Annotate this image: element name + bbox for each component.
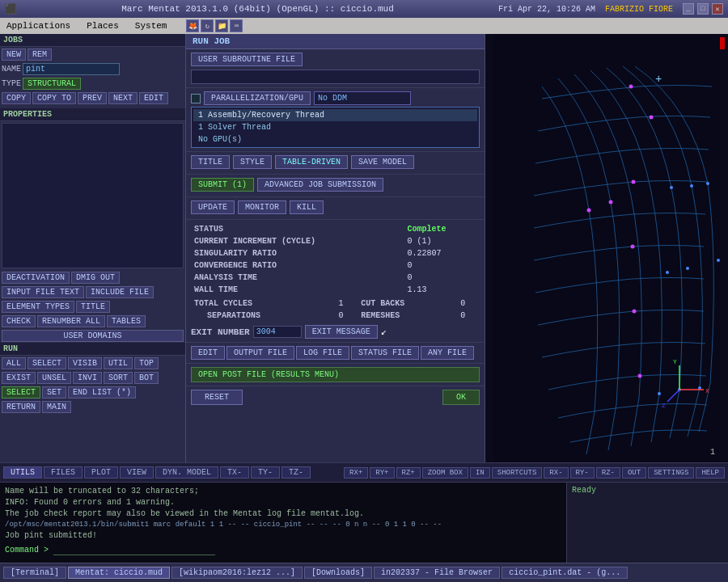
terminal-icon[interactable]: ⌨ bbox=[230, 19, 243, 32]
table-driven-button[interactable]: TABLE-DRIVEN bbox=[275, 155, 348, 169]
update-button[interactable]: UPDATE bbox=[191, 200, 235, 214]
firefox-icon[interactable]: 🦊 bbox=[186, 19, 199, 32]
copy-button[interactable]: COPY bbox=[2, 92, 31, 104]
taskbar-item-0[interactable]: [Terminal] bbox=[3, 567, 66, 579]
parallelization-button[interactable]: PARALLELIZATION/GPU bbox=[204, 91, 311, 105]
deactivation-button[interactable]: DEACTIVATION bbox=[2, 272, 70, 284]
any-file-button[interactable]: ANY FILE bbox=[421, 346, 474, 360]
dmig-out-button[interactable]: DMIG OUT bbox=[71, 272, 120, 284]
name-input[interactable] bbox=[23, 63, 120, 75]
tab-plot[interactable]: PLOT bbox=[84, 466, 118, 479]
tables-button[interactable]: TABLES bbox=[107, 315, 146, 327]
element-types-button[interactable]: ELEMENT TYPES bbox=[2, 301, 74, 313]
set-button[interactable]: SET bbox=[42, 386, 66, 399]
para-checkbox[interactable] bbox=[191, 94, 201, 103]
check-button[interactable]: CHECK bbox=[2, 315, 36, 327]
tab-utils[interactable]: UTILS bbox=[3, 466, 42, 479]
invi-button[interactable]: INVI bbox=[73, 372, 102, 384]
monitor-button[interactable]: MONITOR bbox=[238, 200, 286, 214]
tab-dyn-model[interactable]: DYN. MODEL bbox=[155, 466, 218, 479]
maximize-button[interactable]: □ bbox=[697, 3, 709, 15]
zoom-box-button[interactable]: ZOOM BOX bbox=[422, 467, 468, 479]
tab-tx-minus[interactable]: TX- bbox=[220, 466, 249, 479]
taskbar-item-4[interactable]: in202337 - File Browser bbox=[374, 567, 500, 579]
window-title: Marc Mentat 2013.1.0 (64bit) (OpenGL) ::… bbox=[17, 4, 498, 14]
menu-system[interactable]: System bbox=[132, 20, 171, 32]
submit-button[interactable]: SUBMIT (1) bbox=[191, 178, 254, 192]
rem-button[interactable]: REM bbox=[28, 48, 52, 61]
rz-minus-button[interactable]: RZ- bbox=[596, 467, 620, 479]
taskbar-item-1[interactable]: Mentat: ciccio.mud bbox=[68, 567, 170, 579]
close-button[interactable]: ✕ bbox=[712, 3, 723, 15]
menu-places[interactable]: Places bbox=[83, 20, 122, 32]
unsel-button[interactable]: UNSEL bbox=[37, 372, 71, 384]
shortcuts-button[interactable]: SHORTCUTS bbox=[492, 467, 543, 479]
title-dialog-button[interactable]: TITLE bbox=[191, 155, 230, 169]
main-button[interactable]: MAIN bbox=[42, 401, 71, 413]
convergence-value: 0 bbox=[404, 259, 480, 272]
user-subroutine-button[interactable]: USER SUBROUTINE FILE bbox=[191, 53, 303, 66]
out-button[interactable]: OUT bbox=[622, 467, 646, 479]
reset-button[interactable]: RESET bbox=[191, 390, 243, 405]
visib-button[interactable]: VISIB bbox=[68, 357, 102, 369]
ok-button[interactable]: OK bbox=[442, 390, 480, 405]
menu-applications[interactable]: Applications bbox=[3, 20, 74, 32]
end-list-button[interactable]: END LIST (*) bbox=[68, 386, 136, 399]
util-button[interactable]: UTIL bbox=[104, 357, 133, 369]
folder-icon[interactable]: 📁 bbox=[215, 19, 228, 32]
help-button[interactable]: HELP bbox=[696, 467, 725, 479]
para-option-1[interactable]: 1 Assembly/Recovery Thread bbox=[193, 109, 477, 121]
open-post-file-button[interactable]: OPEN POST FILE (RESULTS MENU) bbox=[191, 367, 480, 382]
status-file-button[interactable]: STATUS FILE bbox=[351, 346, 419, 360]
exit-message-button[interactable]: EXIT MESSAGE bbox=[305, 325, 378, 339]
include-file-button[interactable]: INCLUDE FILE bbox=[86, 286, 154, 298]
parallelization-dropdown[interactable]: No DDM bbox=[314, 91, 411, 105]
top-button[interactable]: TOP bbox=[134, 357, 159, 369]
kill-button[interactable]: KILL bbox=[290, 200, 324, 214]
tab-files[interactable]: FILES bbox=[44, 466, 83, 479]
taskbar-item-2[interactable]: [wikipaom2016:lez12 ...] bbox=[171, 567, 303, 579]
sort-button[interactable]: SORT bbox=[104, 372, 133, 384]
console-input[interactable] bbox=[53, 546, 215, 555]
all-button[interactable]: ALL bbox=[2, 357, 26, 369]
save-model-button[interactable]: SAVE MODEL bbox=[351, 155, 414, 169]
copy-to-button[interactable]: COPY TO bbox=[32, 92, 76, 104]
rz-plus-button[interactable]: RZ+ bbox=[396, 467, 421, 479]
user-subroutine-input[interactable] bbox=[191, 70, 480, 84]
bot-button[interactable]: BOT bbox=[134, 372, 159, 384]
new-button[interactable]: NEW bbox=[2, 48, 26, 61]
settings-button[interactable]: SETTINGS bbox=[648, 467, 694, 479]
ry-plus-button[interactable]: RY+ bbox=[370, 467, 394, 479]
rx-minus-button[interactable]: RX- bbox=[544, 467, 568, 479]
tab-view[interactable]: VIEW bbox=[120, 466, 154, 479]
para-option-3[interactable]: No GPU(s) bbox=[193, 133, 477, 146]
input-file-text-button[interactable]: INPUT FILE TEXT bbox=[2, 286, 84, 298]
advanced-button[interactable]: ADVANCED JOB SUBMISSION bbox=[257, 178, 383, 192]
refresh-icon[interactable]: ↻ bbox=[201, 19, 214, 32]
edit-dialog-button[interactable]: EDIT bbox=[191, 346, 225, 360]
taskbar-item-3[interactable]: [Downloads] bbox=[304, 567, 372, 579]
structural-button[interactable]: STRUCTURAL bbox=[23, 78, 81, 90]
in-button[interactable]: IN bbox=[470, 467, 490, 479]
style-button[interactable]: STYLE bbox=[233, 155, 272, 169]
select-btn2[interactable]: SELECT bbox=[28, 357, 66, 369]
para-option-2[interactable]: 1 Solver Thread bbox=[193, 121, 477, 133]
renumber-all-button[interactable]: RENUMBER ALL bbox=[37, 315, 105, 327]
rx-plus-button[interactable]: RX+ bbox=[344, 467, 368, 479]
edit-button[interactable]: EDIT bbox=[139, 92, 168, 104]
return-button[interactable]: RETURN bbox=[2, 401, 40, 413]
select-button[interactable]: SELECT bbox=[2, 386, 40, 399]
tab-tz-minus[interactable]: TZ- bbox=[281, 466, 311, 479]
log-file-button[interactable]: LOG FILE bbox=[296, 346, 349, 360]
output-file-button[interactable]: OUTPUT FILE bbox=[226, 346, 294, 360]
tab-ty-minus[interactable]: TY- bbox=[251, 466, 280, 479]
next-button[interactable]: NEXT bbox=[108, 92, 138, 104]
user-domains-button[interactable]: USER DOMAINS bbox=[2, 330, 184, 342]
exist-button[interactable]: EXIST bbox=[2, 372, 36, 384]
prev-button[interactable]: PREV bbox=[78, 92, 107, 104]
title-button[interactable]: TITLE bbox=[76, 301, 110, 313]
taskbar-item-5[interactable]: ciccio_pint.dat - (g... bbox=[502, 567, 628, 579]
exit-number-input[interactable] bbox=[253, 326, 302, 338]
ry-minus-button[interactable]: RY- bbox=[570, 467, 595, 479]
minimize-button[interactable]: _ bbox=[683, 3, 694, 15]
